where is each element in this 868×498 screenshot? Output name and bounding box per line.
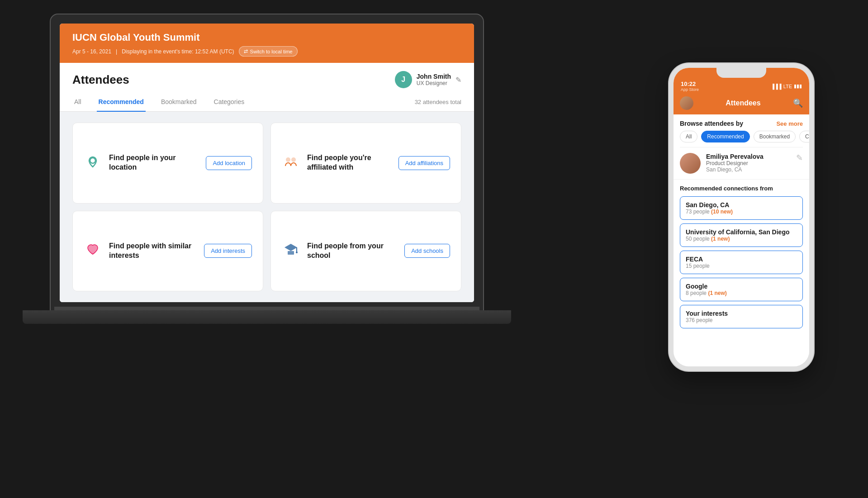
phone-tab-categories[interactable]: Cate... bbox=[799, 131, 809, 142]
attendee-edit-icon[interactable]: ✎ bbox=[796, 153, 803, 163]
affiliations-icon bbox=[282, 153, 300, 173]
svg-point-0 bbox=[90, 158, 95, 163]
switch-icon: ⇄ bbox=[244, 48, 248, 54]
location-card-text: Find people in your location bbox=[109, 153, 199, 172]
phone-tab-all[interactable]: All bbox=[680, 131, 697, 142]
status-time: 10:22 bbox=[681, 81, 699, 87]
user-role: UX Designer bbox=[417, 80, 451, 86]
rec-card-ucsd[interactable]: University of California, San Diego 50 p… bbox=[680, 223, 803, 247]
phone-nav-title: Attendees bbox=[726, 99, 760, 107]
add-schools-button[interactable]: Add schools bbox=[404, 244, 450, 258]
browse-label: Browse attendees by bbox=[680, 120, 743, 127]
svg-point-2 bbox=[291, 157, 296, 162]
phone-notch bbox=[716, 68, 766, 78]
user-name: John Smith bbox=[417, 73, 451, 80]
find-affiliations-card: Find people you're affiliated with Add a… bbox=[270, 123, 461, 204]
svg-rect-5 bbox=[296, 247, 297, 252]
add-interests-button[interactable]: Add interests bbox=[204, 244, 252, 258]
avatar: J bbox=[395, 71, 412, 88]
tab-bookmarked[interactable]: Bookmarked bbox=[159, 93, 199, 112]
event-subtitle: Apr 5 - 16, 2021 | Displaying in the eve… bbox=[72, 46, 461, 57]
location-card-title: Find people in your location bbox=[109, 153, 199, 172]
cards-grid: Find people in your location Add locatio… bbox=[60, 112, 474, 302]
switch-time-button[interactable]: ⇄ Switch to local time bbox=[239, 46, 298, 57]
scene: IUCN Global Youth Summit Apr 5 - 16, 202… bbox=[0, 0, 868, 498]
phone-tab-bookmarked[interactable]: Bookmarked bbox=[754, 131, 796, 142]
status-icons: ▐▐▐ LTE ▮▮▮ bbox=[771, 83, 802, 89]
recommended-section: Recommended connections from San Diego, … bbox=[674, 180, 809, 335]
rec-card-3-highlight: (1 new) bbox=[708, 290, 726, 296]
attendee-info: Emiliya Perevalova Product Designer San … bbox=[706, 153, 791, 173]
find-location-card: Find people in your location Add locatio… bbox=[72, 123, 263, 204]
school-icon bbox=[282, 241, 300, 261]
phone-tabs: All Recommended Bookmarked Cate... bbox=[674, 131, 809, 147]
school-card-text: Find people from your school bbox=[307, 242, 397, 261]
add-location-button[interactable]: Add location bbox=[206, 156, 252, 170]
interests-card-title: Find people with similar interests bbox=[109, 242, 197, 261]
svg-point-6 bbox=[296, 251, 298, 253]
rec-card-2-sub: 15 people bbox=[686, 263, 797, 269]
phone-content: Browse attendees by See more All Recomme… bbox=[674, 114, 809, 366]
rec-card-2-count: 15 people bbox=[686, 263, 710, 269]
rec-card-1-count: 50 people bbox=[686, 236, 710, 242]
rec-card-4-title: Your interests bbox=[686, 310, 797, 317]
edit-profile-icon[interactable]: ✎ bbox=[455, 76, 461, 84]
rec-card-1-sub: 50 people (1 new) bbox=[686, 236, 797, 242]
rec-card-feca[interactable]: FECA 15 people bbox=[680, 251, 803, 274]
rec-card-0-highlight: (10 new) bbox=[711, 209, 733, 215]
tab-all[interactable]: All bbox=[72, 93, 83, 112]
rec-card-google[interactable]: Google 8 people (1 new) bbox=[680, 278, 803, 301]
rec-card-interests[interactable]: Your interests 376 people bbox=[680, 305, 803, 328]
svg-point-1 bbox=[286, 157, 290, 162]
rec-card-0-sub: 73 people (10 new) bbox=[686, 209, 797, 215]
tab-recommended[interactable]: Recommended bbox=[97, 93, 146, 112]
rec-card-3-sub: 8 people (1 new) bbox=[686, 290, 797, 296]
phone-browse-header: Browse attendees by See more bbox=[674, 114, 809, 131]
school-card-title: Find people from your school bbox=[307, 242, 397, 261]
phone: 10:22 App Store ▐▐▐ LTE ▮▮▮ Attendees 🔍 … bbox=[669, 63, 814, 371]
attendee-location: San Diego, CA bbox=[706, 166, 791, 173]
laptop-body: IUCN Global Youth Summit Apr 5 - 16, 202… bbox=[50, 14, 484, 312]
event-dates: Apr 5 - 16, 2021 bbox=[72, 48, 111, 55]
location-icon bbox=[84, 154, 102, 172]
phone-nav-bar: Attendees 🔍 bbox=[674, 94, 809, 114]
interests-card-text: Find people with similar interests bbox=[109, 242, 197, 261]
attendees-header: Attendees J John Smith UX Designer ✎ bbox=[60, 63, 474, 88]
phone-search-icon[interactable]: 🔍 bbox=[793, 98, 803, 108]
app-content: Attendees J John Smith UX Designer ✎ bbox=[60, 63, 474, 302]
find-interests-card: Find people with similar interests Add i… bbox=[72, 211, 263, 292]
avatar-image bbox=[680, 96, 693, 110]
user-info: John Smith UX Designer bbox=[417, 73, 451, 86]
affiliations-card-title: Find people you're affiliated with bbox=[307, 153, 391, 172]
add-affiliations-button[interactable]: Add affiliations bbox=[398, 156, 450, 170]
svg-marker-3 bbox=[285, 244, 297, 251]
phone-tab-recommended[interactable]: Recommended bbox=[701, 131, 749, 142]
time-display: Displaying in the event's time: 12:52 AM… bbox=[122, 48, 234, 55]
tab-categories[interactable]: Categories bbox=[212, 93, 247, 112]
app-store-label: App Store bbox=[681, 87, 699, 92]
tabs-bar: All Recommended Bookmarked Categories 32… bbox=[60, 93, 474, 112]
attendee-avatar bbox=[680, 153, 701, 174]
rec-card-2-title: FECA bbox=[686, 256, 797, 263]
laptop-screen: IUCN Global Youth Summit Apr 5 - 16, 202… bbox=[60, 24, 474, 302]
find-school-card: Find people from your school Add schools bbox=[270, 211, 461, 292]
rec-card-0-title: San Diego, CA bbox=[686, 201, 797, 209]
rec-card-4-count: 376 people bbox=[686, 317, 712, 323]
rec-card-1-highlight: (1 new) bbox=[711, 236, 730, 242]
attendee-role: Product Designer bbox=[706, 160, 791, 166]
lte-label: LTE bbox=[783, 84, 792, 89]
see-more-link[interactable]: See more bbox=[776, 120, 803, 127]
rec-card-1-title: University of California, San Diego bbox=[686, 228, 797, 236]
svg-rect-4 bbox=[288, 251, 294, 255]
laptop: IUCN Global Youth Summit Apr 5 - 16, 202… bbox=[50, 14, 502, 421]
interests-icon bbox=[84, 242, 102, 260]
attendee-name: Emiliya Perevalova bbox=[706, 153, 791, 160]
app-header: IUCN Global Youth Summit Apr 5 - 16, 202… bbox=[60, 24, 474, 63]
rec-card-sandiego[interactable]: San Diego, CA 73 people (10 new) bbox=[680, 196, 803, 220]
rec-card-4-sub: 376 people bbox=[686, 317, 797, 323]
battery-icon: ▮▮▮ bbox=[794, 83, 802, 89]
attendees-count: 32 attendees total bbox=[415, 99, 461, 105]
avatar-initial: J bbox=[401, 76, 405, 84]
separator: | bbox=[116, 48, 117, 55]
event-title: IUCN Global Youth Summit bbox=[72, 32, 461, 43]
